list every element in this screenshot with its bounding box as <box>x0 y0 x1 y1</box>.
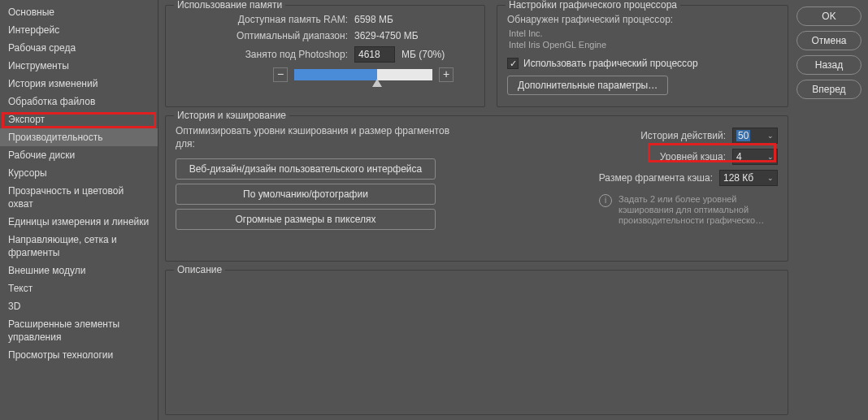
sidebar-item-3d[interactable]: 3D <box>0 297 158 315</box>
sidebar-item-workspace[interactable]: Рабочая среда <box>0 39 158 57</box>
sidebar-item-interface[interactable]: Интерфейс <box>0 21 158 39</box>
memory-minus-button[interactable]: − <box>273 67 288 82</box>
use-gpu-checkbox[interactable]: ✓ <box>507 58 519 69</box>
sidebar-item-enhanced[interactable]: Расширенные элементы управления <box>0 315 158 346</box>
cache-hint-text: Задать 2 или более уровней кэширования д… <box>618 194 778 226</box>
cache-tile-value: 128 Кб <box>723 172 753 184</box>
sidebar-item-tools[interactable]: Инструменты <box>0 57 158 75</box>
memory-group: Использование памяти Доступная память RA… <box>165 5 485 107</box>
preset-huge-pixels-button[interactable]: Огромные размеры в пикселях <box>176 209 436 230</box>
description-group: Описание <box>165 270 788 416</box>
sidebar-item-plugins[interactable]: Внешние модули <box>0 262 158 279</box>
ok-button[interactable]: OK <box>796 6 861 26</box>
info-icon: i <box>599 194 612 207</box>
sidebar-item-tech-previews[interactable]: Просмотры технологии <box>0 346 158 364</box>
gpu-engine: Intel Iris OpenGL Engine <box>509 40 778 50</box>
cache-levels-value: 4 <box>736 151 742 162</box>
avail-ram-label: Доступная память RAM: <box>176 14 354 25</box>
history-states-value: 50 <box>736 130 750 141</box>
sidebar-item-export[interactable]: Экспорт <box>0 110 158 128</box>
gpu-advanced-button[interactable]: Дополнительные параметры… <box>507 76 668 95</box>
use-gpu-label: Использовать графический процессор <box>523 58 698 69</box>
sidebar-item-transparency[interactable]: Прозрачность и цветовой охват <box>0 182 158 213</box>
chevron-down-icon: ⌄ <box>767 132 774 140</box>
description-title: Описание <box>174 264 225 275</box>
cancel-button[interactable]: Отмена <box>796 31 861 50</box>
ideal-range-label: Оптимальный диапазон: <box>176 30 354 41</box>
cache-levels-label: Уровней кэша: <box>660 151 726 162</box>
slider-handle-icon[interactable] <box>372 79 382 87</box>
settings-sidebar: Основные Интерфейс Рабочая среда Инструм… <box>0 0 158 420</box>
memory-plus-button[interactable]: + <box>439 67 454 82</box>
sidebar-item-scratch-disks[interactable]: Рабочие диски <box>0 146 158 164</box>
history-states-label: История действий: <box>640 130 726 141</box>
avail-ram-value: 6598 МБ <box>354 14 393 25</box>
history-states-select[interactable]: 50 ⌄ <box>732 128 778 144</box>
history-cache-group: История и кэширование Оптимизировать уро… <box>165 115 788 262</box>
sidebar-item-performance[interactable]: Производительность <box>0 128 158 146</box>
forward-button[interactable]: Вперед <box>796 80 861 99</box>
chevron-down-icon: ⌄ <box>767 174 774 182</box>
used-by-ps-suffix: МБ (70%) <box>401 49 445 60</box>
cache-tile-label: Размер фрагмента кэша: <box>599 172 713 184</box>
sidebar-item-units[interactable]: Единицы измерения и линейки <box>0 213 158 231</box>
gpu-vendor: Intel Inc. <box>509 28 778 38</box>
sidebar-item-cursors[interactable]: Курсоры <box>0 164 158 182</box>
gpu-group: Настройки графического процессора Обнару… <box>497 5 788 107</box>
cache-tile-select[interactable]: 128 Кб ⌄ <box>719 170 778 186</box>
main-panel: Использование памяти Доступная память RA… <box>158 0 868 420</box>
sidebar-item-guides[interactable]: Направляющие, сетка и фрагменты <box>0 231 158 262</box>
sidebar-item-file-handling[interactable]: Обработка файлов <box>0 93 158 110</box>
ideal-range-value: 3629-4750 МБ <box>354 30 419 41</box>
optimize-label: Оптимизировать уровни кэширования и разм… <box>176 124 460 150</box>
used-by-ps-input[interactable] <box>354 46 395 63</box>
chevron-down-icon: ⌄ <box>767 153 774 161</box>
back-button[interactable]: Назад <box>796 55 861 75</box>
preset-web-ui-button[interactable]: Веб-дизайн/дизайн пользовательского инте… <box>176 158 436 180</box>
gpu-title: Настройки графического процессора <box>506 0 680 11</box>
history-cache-title: История и кэширование <box>174 110 289 121</box>
sidebar-item-type[interactable]: Текст <box>0 279 158 297</box>
gpu-detected-label: Обнаружен графический процессор: <box>507 14 778 25</box>
used-by-ps-label: Занято под Photoshop: <box>176 49 354 60</box>
sidebar-item-history-log[interactable]: История изменений <box>0 75 158 93</box>
memory-title: Использование памяти <box>174 0 285 11</box>
cache-levels-select[interactable]: 4 ⌄ <box>732 149 778 165</box>
preset-default-photos-button[interactable]: По умолчанию/фотографии <box>176 184 436 205</box>
sidebar-item-general[interactable]: Основные <box>0 3 158 21</box>
memory-slider[interactable] <box>294 69 432 80</box>
